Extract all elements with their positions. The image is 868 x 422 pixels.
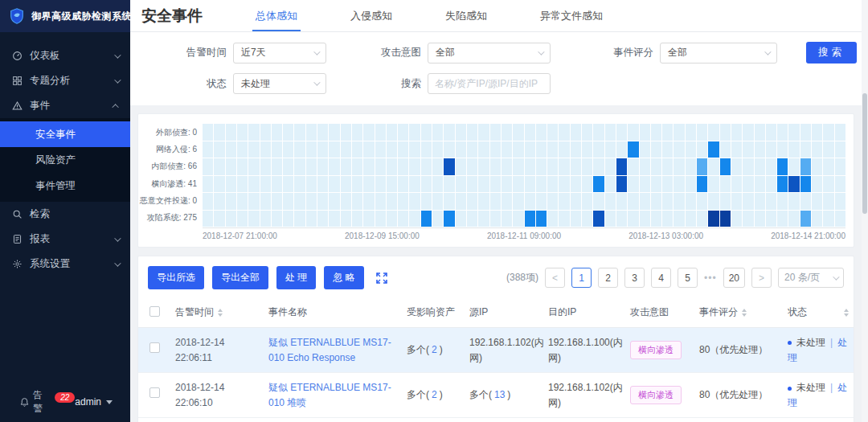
sort-icon[interactable] [844, 309, 849, 317]
heatmap-cell [731, 141, 742, 158]
event-name-link[interactable]: 疑似 ETERNALBLUE MS17-010 Echo Response [268, 337, 391, 363]
heatmap-cell [375, 158, 386, 175]
attack-intent-select[interactable]: 全部 [428, 43, 551, 64]
heatmap-cell [387, 193, 397, 210]
sidebar-item-system-settings[interactable]: 系统设置 [0, 252, 130, 277]
expand-icon[interactable] [375, 272, 388, 285]
heatmap-cell [605, 141, 616, 158]
sidebar-item-topic-analysis[interactable]: 专题分析 [0, 68, 130, 93]
page-size-select[interactable]: 20 条/页 [778, 268, 844, 288]
user-menu[interactable]: admin [75, 396, 113, 408]
heatmap-cell [651, 211, 661, 227]
column-header[interactable]: 事件评分 [694, 297, 783, 328]
tab-overall[interactable]: 总体感知 [252, 0, 301, 31]
search-input[interactable] [428, 73, 551, 94]
table-row: 2018-12-14 22:06:10疑似 ETERNALBLUE MS17-0… [138, 373, 854, 418]
heatmap-cell [571, 124, 581, 141]
sidebar-item-risk-assets[interactable]: 风险资产 [0, 147, 130, 173]
sidebar-item-security-events[interactable]: 安全事件 [0, 121, 130, 147]
heatmap-cell [651, 158, 661, 175]
sort-icon[interactable] [218, 309, 223, 317]
sort-icon[interactable] [742, 309, 747, 317]
heatmap-cell [513, 158, 523, 175]
sidebar-item-event-management[interactable]: 事件管理 [0, 173, 130, 199]
pagination-page-20[interactable]: 20 [723, 268, 745, 288]
event-score-select[interactable]: 全部 [660, 43, 777, 64]
heatmap-cell [812, 211, 822, 227]
chevron-up-icon [112, 104, 118, 110]
search-button[interactable]: 搜索 [806, 42, 857, 64]
sidebar-item-retrieval[interactable]: 检索 [0, 202, 130, 227]
source-ip-cell: 多个(109) [465, 418, 543, 422]
pagination-prev-button[interactable]: < [545, 268, 565, 288]
row-checkbox[interactable] [149, 387, 160, 398]
ignore-button[interactable]: 忽 略 [324, 266, 363, 289]
sidebar-item-label: 仪表板 [30, 49, 107, 63]
heatmap-cell [363, 158, 374, 175]
shield-logo-icon [8, 7, 26, 25]
sidebar-item-events[interactable]: 事件 [0, 93, 130, 118]
export-selected-button[interactable]: 导出所选 [148, 266, 204, 289]
heatmap-cell [640, 211, 650, 227]
heatmap-cell [835, 141, 845, 158]
heatmap-cell [800, 176, 811, 193]
heatmap-cell [490, 158, 501, 175]
attack-intent-tag: 横向渗透 [630, 341, 682, 359]
row-checkbox[interactable] [149, 342, 160, 353]
heatmap-cell [306, 158, 317, 175]
pagination-page-4[interactable]: 4 [651, 268, 671, 288]
heatmap-cell [341, 124, 351, 141]
heatmap-cell [559, 158, 569, 175]
heatmap-cell [697, 193, 707, 210]
alarm-entry[interactable]: 告警 22 [19, 388, 75, 416]
heatmap-cell [766, 193, 776, 210]
page-scrollbar[interactable] [862, 0, 868, 422]
multi-count-link[interactable]: 13 [492, 389, 507, 400]
heatmap-cell [352, 211, 362, 227]
status-select[interactable]: 未处理 [233, 73, 326, 94]
heatmap-cell [651, 141, 661, 158]
pagination-next-button[interactable]: > [751, 268, 772, 288]
heatmap-cell [536, 211, 547, 227]
affected-assets-cell: 多个(2) [402, 328, 465, 373]
select-all-checkbox[interactable] [149, 306, 160, 317]
tab-abnormal-file[interactable]: 异常文件感知 [537, 0, 606, 31]
heatmap-cell [294, 124, 305, 141]
sidebar-item-dashboard[interactable]: 仪表板 [0, 43, 130, 68]
process-button[interactable]: 处 理 [276, 266, 316, 289]
heatmap-cell [605, 193, 616, 210]
tab-intrusion[interactable]: 入侵感知 [347, 0, 395, 31]
export-all-button[interactable]: 导出全部 [212, 266, 268, 289]
alert-triangle-icon [11, 100, 23, 112]
heatmap-cell [686, 176, 696, 193]
event-name-link[interactable]: 疑似 ETERNALBLUE MS17-010 堆喷 [268, 382, 391, 408]
column-header[interactable]: 告警时间 [170, 297, 264, 328]
column-header[interactable]: 状态 [783, 297, 854, 328]
heatmap-cell [788, 124, 799, 141]
heatmap-x-tick-label: 2018-12-11 09:00:00 [487, 231, 561, 240]
chevron-down-icon [313, 48, 320, 55]
pagination-page-5[interactable]: 5 [678, 268, 698, 288]
pagination-page-3[interactable]: 3 [624, 268, 645, 288]
heatmap-cell [398, 176, 408, 193]
heatmap-cell [341, 158, 351, 175]
heatmap-cell [317, 211, 328, 227]
heatmap-cell [547, 193, 558, 210]
heatmap-cell [478, 176, 489, 193]
heatmap-cell [352, 193, 362, 210]
pagination-page-1[interactable]: 1 [571, 268, 592, 288]
pagination-page-2[interactable]: 2 [598, 268, 618, 288]
heatmap-cell [272, 158, 282, 175]
heatmap-cell [203, 211, 213, 227]
sidebar-item-reports[interactable]: 报表 [0, 227, 130, 252]
heatmap-cell [214, 158, 224, 175]
alarm-label: 告警 [33, 388, 51, 416]
scrollbar-thumb[interactable] [862, 93, 867, 214]
heatmap-cell [294, 193, 305, 210]
multi-count-link[interactable]: 2 [429, 389, 440, 400]
multi-count-link[interactable]: 2 [429, 344, 440, 355]
heatmap-cell [616, 124, 627, 141]
tab-compromise[interactable]: 失陷感知 [442, 0, 490, 31]
heatmap-cell [755, 193, 765, 210]
alarm-time-select[interactable]: 近7天 [233, 43, 326, 64]
